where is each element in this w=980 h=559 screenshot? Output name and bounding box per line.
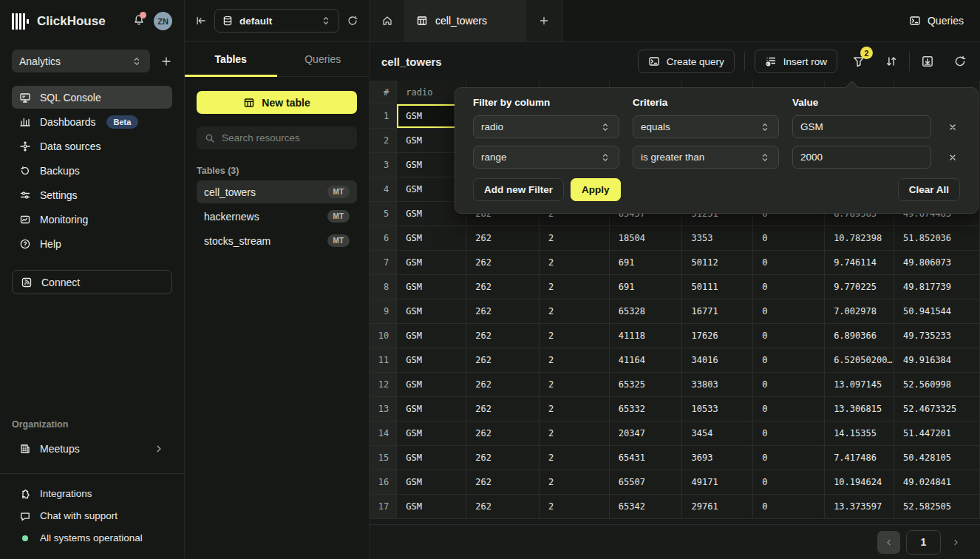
grid-cell[interactable]: 20347 <box>610 421 683 446</box>
grid-cell[interactable]: 2 <box>540 397 610 421</box>
remove-filter-button[interactable] <box>947 152 959 163</box>
grid-cell[interactable]: 65325 <box>610 373 683 397</box>
current-page-indicator[interactable]: 1 <box>906 530 941 555</box>
grid-cell[interactable]: 262 <box>466 299 540 324</box>
grid-cell[interactable]: 51.852036 <box>894 226 980 251</box>
grid-cell[interactable]: 10.782398 <box>825 226 894 251</box>
filter-criteria-select[interactable]: is greater than <box>633 146 779 169</box>
grid-cell[interactable]: 52.560998 <box>894 373 980 397</box>
grid-cell[interactable]: 65342 <box>610 495 683 519</box>
clear-all-filters-button[interactable]: Clear All <box>898 178 960 201</box>
grid-cell[interactable]: GSM <box>397 470 466 495</box>
queries-button[interactable]: Queries <box>909 15 964 27</box>
grid-cell[interactable]: 6.890366 <box>825 324 894 348</box>
grid-cell[interactable]: 262 <box>466 446 540 470</box>
grid-cell[interactable]: 13.373597 <box>825 495 894 519</box>
grid-cell[interactable]: 3353 <box>682 226 753 251</box>
refresh-data-button[interactable] <box>952 53 968 70</box>
grid-cell[interactable]: 3454 <box>682 421 753 446</box>
table-item-hackernews[interactable]: hackernews MT <box>197 205 357 228</box>
grid-cell[interactable]: GSM <box>397 348 466 373</box>
create-query-button[interactable]: Create query <box>638 50 735 73</box>
grid-cell[interactable]: 52.4673325 <box>894 397 980 421</box>
grid-cell[interactable]: 691 <box>610 251 683 275</box>
grid-cell[interactable]: 50112 <box>682 251 753 275</box>
grid-cell[interactable]: 0 <box>753 275 825 299</box>
grid-cell[interactable]: 2 <box>540 421 610 446</box>
remove-filter-button[interactable] <box>947 121 959 133</box>
grid-cell[interactable]: 0 <box>753 397 825 421</box>
grid-cell[interactable]: 16771 <box>682 299 753 324</box>
filter-column-select[interactable]: radio <box>473 115 619 138</box>
grid-cell[interactable]: 50.428105 <box>894 446 980 470</box>
grid-cell[interactable]: 262 <box>466 421 540 446</box>
sidebar-item-backups[interactable]: Backups <box>12 159 172 182</box>
grid-cell[interactable]: 2 <box>540 299 610 324</box>
grid-cell[interactable]: 0 <box>753 324 825 348</box>
integrations-link[interactable]: Integrations <box>19 486 165 501</box>
grid-cell[interactable]: 262 <box>466 495 540 519</box>
filter-button[interactable]: 2 <box>851 53 867 70</box>
grid-cell[interactable]: 10.194624 <box>825 470 894 495</box>
grid-cell[interactable]: 0 <box>753 421 825 446</box>
sidebar-item-monitoring[interactable]: Monitoring <box>12 208 172 231</box>
grid-cell[interactable]: GSM <box>397 373 466 397</box>
insert-row-button[interactable]: Insert row <box>755 50 837 73</box>
grid-cell[interactable]: 0 <box>753 348 825 373</box>
grid-cell[interactable]: 65431 <box>610 446 683 470</box>
tab-tables[interactable]: Tables <box>185 42 277 76</box>
grid-cell[interactable]: 33803 <box>682 373 753 397</box>
sidebar-item-sql-console[interactable]: SQL Console <box>12 86 172 109</box>
grid-cell[interactable]: 2 <box>540 226 610 251</box>
grid-cell[interactable]: 49.806073 <box>894 251 980 275</box>
grid-cell[interactable]: 9.746114 <box>825 251 894 275</box>
grid-cell[interactable]: 0 <box>753 373 825 397</box>
grid-cell[interactable]: 0 <box>753 470 825 495</box>
system-status-link[interactable]: All systems operational <box>19 530 165 546</box>
grid-cell[interactable]: GSM <box>397 421 466 446</box>
filter-value-input[interactable] <box>792 146 931 169</box>
grid-cell[interactable]: 49171 <box>682 470 753 495</box>
grid-cell[interactable]: 691 <box>610 275 683 299</box>
new-tab-button[interactable] <box>526 0 562 41</box>
grid-cell[interactable]: 49.024841 <box>894 470 980 495</box>
grid-cell[interactable]: 51.447201 <box>894 421 980 446</box>
add-new-filter-button[interactable]: Add new Filter <box>473 178 564 201</box>
tab-queries[interactable]: Queries <box>277 42 370 76</box>
grid-cell[interactable]: GSM <box>397 324 466 348</box>
grid-cell[interactable]: 0 <box>753 495 825 519</box>
home-tab[interactable] <box>370 0 404 41</box>
grid-cell[interactable]: 2 <box>540 470 610 495</box>
grid-cell[interactable]: 14.15355 <box>825 421 894 446</box>
grid-cell[interactable]: 34016 <box>682 348 753 373</box>
grid-cell[interactable]: 2 <box>540 446 610 470</box>
grid-cell[interactable]: 9.770225 <box>825 275 894 299</box>
grid-cell[interactable]: 0 <box>753 251 825 275</box>
grid-cell[interactable]: 262 <box>466 348 540 373</box>
grid-cell[interactable]: 0 <box>753 299 825 324</box>
filter-column-select[interactable]: range <box>473 146 619 169</box>
grid-cell[interactable]: 65328 <box>610 299 683 324</box>
add-workspace-button[interactable] <box>160 55 172 67</box>
grid-cell[interactable]: 262 <box>466 373 540 397</box>
filter-value-input[interactable] <box>792 115 931 138</box>
grid-cell[interactable]: 262 <box>466 470 540 495</box>
grid-cell[interactable]: 13.097145 <box>825 373 894 397</box>
grid-cell[interactable]: 13.306815 <box>825 397 894 421</box>
grid-cell[interactable]: 3693 <box>682 446 753 470</box>
previous-page-button[interactable] <box>877 531 900 554</box>
grid-cell[interactable]: GSM <box>397 251 466 275</box>
grid-cell[interactable]: 2 <box>540 495 610 519</box>
grid-cell[interactable]: 2 <box>540 275 610 299</box>
grid-cell[interactable]: 10533 <box>682 397 753 421</box>
grid-cell[interactable]: GSM <box>397 226 466 251</box>
sort-button[interactable] <box>883 53 899 70</box>
sidebar-item-help[interactable]: Help <box>12 232 172 255</box>
grid-cell[interactable]: 2 <box>540 373 610 397</box>
next-page-button[interactable] <box>951 538 961 547</box>
sidebar-item-meetups[interactable]: Meetups <box>12 437 172 460</box>
grid-cell[interactable]: 50.941544 <box>894 299 980 324</box>
connect-button[interactable]: Connect <box>12 270 172 294</box>
grid-cell[interactable]: 262 <box>466 275 540 299</box>
grid-cell[interactable]: 52.582505 <box>894 495 980 519</box>
